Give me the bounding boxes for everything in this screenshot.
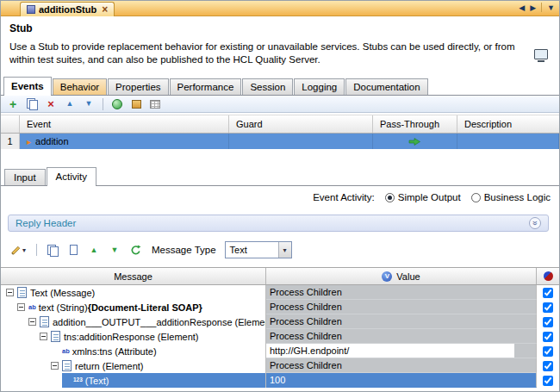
- delete-event-button[interactable]: ×: [43, 97, 59, 111]
- tab-activity[interactable]: Activity: [47, 167, 96, 185]
- node-label: tns:additionResponse (Element): [64, 332, 199, 342]
- tab-input[interactable]: Input: [4, 169, 46, 185]
- package-button[interactable]: [128, 97, 144, 111]
- tab-performance[interactable]: Performance: [170, 78, 242, 95]
- editor-tab-title: additionStub: [39, 4, 96, 15]
- radio-simple-output[interactable]: Simple Output: [385, 192, 461, 202]
- tab-events[interactable]: Events: [3, 77, 52, 95]
- edit-message-button[interactable]: ▾: [8, 243, 28, 257]
- collapse-chevron-icon[interactable]: «: [529, 217, 541, 229]
- events-toolbar: + × ▲ ▼: [1, 96, 559, 113]
- close-icon[interactable]: ×: [102, 4, 108, 15]
- node-label-bold: {Document-Literal SOAP}: [88, 302, 202, 313]
- move-up-icon: ▲: [90, 246, 98, 254]
- element-icon: [51, 331, 60, 342]
- message-cell: Text (Message): [1, 285, 266, 300]
- value-cell[interactable]: http://GH.endpoint/: [266, 344, 537, 358]
- tab-session[interactable]: Session: [242, 78, 293, 95]
- value-column-label: Value: [396, 271, 420, 282]
- message-type-value: Text: [226, 245, 278, 255]
- tree-row[interactable]: ab xmlns:tns (Attribute) http://GH.endpo…: [1, 344, 559, 358]
- message-icon: [17, 287, 27, 298]
- column-header-pass-through[interactable]: Pass-Through: [373, 115, 457, 133]
- column-header-event[interactable]: Event: [20, 115, 229, 133]
- move-field-down-button[interactable]: ▼: [107, 243, 122, 257]
- package-icon: [132, 100, 141, 109]
- value-cell[interactable]: Process Children: [266, 314, 537, 329]
- globe-button[interactable]: [109, 97, 125, 111]
- move-up-button[interactable]: ▲: [62, 97, 78, 111]
- include-checkbox[interactable]: [543, 317, 553, 327]
- include-checkbox[interactable]: [543, 361, 553, 371]
- node-label: text (String): [39, 302, 88, 313]
- column-header-guard[interactable]: Guard: [229, 115, 373, 133]
- tree-row[interactable]: Text (Message) Process Children: [1, 285, 559, 300]
- column-header-message[interactable]: Message: [1, 268, 266, 284]
- stub-header: Stub Use a Stub to provide replacement b…: [1, 16, 559, 77]
- event-cell: ▸ addition: [20, 134, 229, 149]
- include-checkbox[interactable]: [543, 288, 553, 298]
- refresh-icon: [130, 245, 141, 256]
- tree-expander-icon[interactable]: [40, 333, 47, 340]
- column-header-value[interactable]: V Value: [266, 268, 537, 284]
- copy-message-button[interactable]: [45, 243, 60, 257]
- include-checkbox[interactable]: [543, 346, 553, 357]
- value-cell[interactable]: Process Children: [266, 358, 537, 373]
- value-cell[interactable]: Process Children: [266, 285, 537, 300]
- include-checkbox[interactable]: [543, 302, 553, 313]
- tree-expander-icon[interactable]: [51, 362, 59, 370]
- message-cell: tns:additionResponse (Element): [1, 329, 266, 344]
- tab-behavior[interactable]: Behavior: [53, 78, 107, 95]
- include-checkbox[interactable]: [543, 376, 553, 386]
- value-cell[interactable]: Process Children: [266, 329, 537, 344]
- grid-button[interactable]: [147, 97, 163, 111]
- move-field-up-button[interactable]: ▲: [86, 243, 102, 257]
- node-label: addition___OUTPUT___additionResponse (El…: [53, 317, 266, 327]
- divider: [541, 3, 542, 12]
- reply-header-section[interactable]: Reply Header «: [8, 215, 549, 232]
- column-header-description[interactable]: Description: [457, 115, 559, 133]
- refresh-button[interactable]: [128, 243, 143, 257]
- radio-selected-icon: [385, 193, 395, 202]
- message-type-select[interactable]: Text ▾: [225, 241, 292, 258]
- editor-tab-addition-stub[interactable]: additionStub ×: [20, 2, 115, 16]
- paste-message-button[interactable]: [65, 243, 81, 257]
- message-cell: ab text (String) {Document-Literal SOAP}: [1, 300, 266, 314]
- editor-tab-bar: additionStub × ◀ ▶ ▼: [1, 1, 559, 16]
- delete-icon: ×: [47, 98, 54, 109]
- copy-event-button[interactable]: [24, 97, 40, 111]
- tree-row-selected[interactable]: 123 (Text) 100: [1, 373, 559, 388]
- tree-expander-icon[interactable]: [6, 289, 14, 296]
- radio-business-logic[interactable]: Business Logic: [471, 192, 551, 202]
- move-down-button[interactable]: ▼: [81, 97, 96, 111]
- description-cell: [457, 134, 559, 149]
- tab-properties[interactable]: Properties: [108, 78, 168, 95]
- nav-forward-icon[interactable]: ▶: [530, 3, 536, 12]
- tree-expander-icon[interactable]: [17, 303, 25, 311]
- tree-row[interactable]: addition___OUTPUT___additionResponse (El…: [1, 314, 559, 329]
- tab-list-icon[interactable]: ▼: [547, 3, 555, 12]
- include-column-icon: [544, 271, 553, 281]
- value-cell[interactable]: 100: [266, 373, 537, 388]
- value-cell[interactable]: Process Children: [266, 300, 537, 314]
- sheet-icon: [70, 245, 78, 255]
- nav-back-icon[interactable]: ◀: [519, 3, 525, 12]
- globe-icon: [112, 99, 122, 109]
- row-number-header: [1, 115, 20, 133]
- toolbar-divider: [36, 244, 37, 256]
- tree-row[interactable]: return (Element) Process Children: [1, 358, 559, 373]
- string-icon: ab: [28, 304, 36, 311]
- move-down-icon: ▼: [111, 246, 119, 254]
- include-cell: [537, 314, 559, 329]
- add-event-button[interactable]: +: [5, 97, 21, 111]
- tree-row[interactable]: tns:additionResponse (Element) Process C…: [1, 329, 559, 344]
- tree-expander-icon[interactable]: [28, 318, 36, 326]
- table-row[interactable]: 1 ▸ addition: [1, 134, 559, 149]
- tab-logging[interactable]: Logging: [294, 78, 345, 95]
- event-activity-options: Event Activity: Simple Output Business L…: [313, 192, 551, 202]
- tab-documentation[interactable]: Documentation: [345, 78, 427, 95]
- stub-description: Use a Stub to provide replacement behavi…: [9, 40, 526, 66]
- tree-row[interactable]: ab text (String) {Document-Literal SOAP}…: [1, 300, 559, 314]
- include-checkbox[interactable]: [543, 332, 553, 342]
- include-column-header[interactable]: [537, 268, 559, 284]
